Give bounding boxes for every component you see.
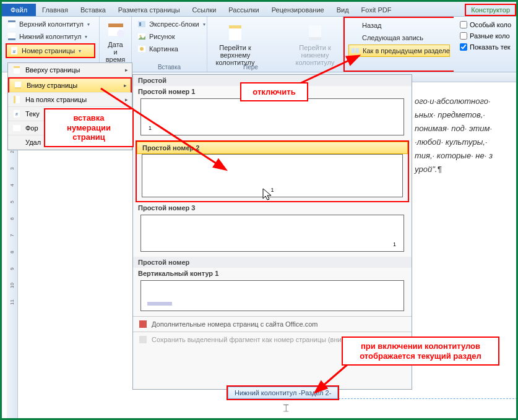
svg-rect-1: [8, 20, 15, 22]
page-number-button[interactable]: # Номер страницы: [6, 43, 95, 58]
text-cursor: ⌶: [283, 403, 288, 413]
group-insert: Экспресс-блоки Рисунок Картинка Вставка: [132, 17, 207, 72]
goto-header-label: Перейти к верхнему колонтитулу: [214, 44, 257, 66]
mouse-cursor-icon: [262, 187, 273, 204]
goto-header-icon: [225, 23, 245, 43]
svg-point-12: [140, 35, 142, 37]
tab-view[interactable]: Вид: [330, 4, 355, 16]
next-icon: [350, 33, 360, 43]
callout-disable: отключить: [240, 82, 308, 101]
clipart-icon: [137, 44, 147, 54]
gallery-item-simple-1[interactable]: 1: [140, 98, 404, 135]
svg-rect-20: [356, 48, 359, 53]
clipart-button[interactable]: Картинка: [136, 43, 203, 54]
prev-icon: [350, 20, 360, 30]
group-navigation: Перейти к верхнему колонтитулу Перейти к…: [207, 17, 343, 72]
text-line: ьных· предметов,·: [415, 108, 514, 122]
goto-footer-label: Перейти к нижнему колонтитулу: [293, 44, 337, 66]
svg-text:#: #: [15, 112, 18, 116]
show-document-checkbox[interactable]: Показать тек: [460, 43, 511, 51]
page-top-icon: [12, 65, 22, 75]
gallery-item-vertical-1[interactable]: [140, 280, 404, 311]
svg-rect-7: [108, 24, 123, 27]
text-line: ·любой· культуры,·: [415, 135, 514, 149]
different-odd-even-checkbox[interactable]: Разные коло: [460, 32, 511, 40]
gallery-more-office[interactable]: Дополнительные номера страниц с сайта Of…: [133, 316, 412, 332]
tab-foxit[interactable]: Foxit PDF: [355, 4, 398, 16]
header-button[interactable]: Верхний колонтитул: [6, 19, 95, 30]
goto-footer-button[interactable]: Перейти к нижнему колонтитулу: [291, 19, 339, 71]
ruler-tick: 5: [9, 200, 15, 203]
chk-label: Показать тек: [470, 43, 511, 51]
save-icon: [138, 335, 148, 345]
text-line: понимая· под· этим·: [415, 122, 514, 135]
svg-rect-3: [8, 38, 15, 40]
page-number-label: Номер страницы: [22, 47, 75, 54]
svg-point-8: [117, 30, 124, 37]
ruler-tick: 11: [9, 299, 15, 305]
group-label-insert: Вставка: [136, 64, 203, 71]
submenu-arrow-icon: ▸: [125, 67, 128, 73]
current-pos-icon: #: [12, 109, 22, 119]
next-label: Следующая запись: [362, 34, 423, 41]
ruler-tick: 10: [9, 283, 15, 288]
tab-references[interactable]: Ссылки: [186, 4, 223, 16]
ruler-tick: 7: [9, 234, 15, 236]
footer-section-tag-wrap: Нижний колонтитул -Раздел 2-: [227, 385, 339, 400]
tab-home[interactable]: Главная: [36, 4, 74, 16]
ruler-tick: 4: [9, 184, 15, 186]
prev-label: Назад: [362, 22, 382, 29]
svg-rect-24: [15, 87, 21, 89]
link-icon: [350, 46, 360, 56]
svg-rect-26: [14, 96, 15, 103]
svg-rect-22: [14, 66, 20, 68]
quickparts-label: Экспресс-блоки: [149, 20, 199, 28]
ruler-tick: 9: [9, 267, 15, 270]
group-nav-records: Назад Следующая запись Как в предыдущем …: [343, 17, 454, 72]
ruler-tick: 2: [9, 150, 15, 153]
menu-label: Удал: [25, 139, 41, 146]
tab-insert[interactable]: Вставка: [74, 4, 112, 16]
submenu-arrow-icon: ▸: [124, 82, 127, 88]
submenu-arrow-icon: ▸: [125, 96, 128, 103]
prev-record-button[interactable]: Назад: [348, 20, 450, 31]
menu-bottom-of-page[interactable]: Внизу страницы▸: [8, 77, 132, 93]
menu-label: Фор: [25, 124, 38, 132]
svg-rect-19: [352, 48, 355, 53]
footer-button[interactable]: Нижний колонтитул: [6, 31, 95, 42]
menu-top-of-page[interactable]: Вверху страницы▸: [8, 63, 132, 77]
office-icon: [138, 319, 148, 329]
more-label: Дополнительные номера страниц с сайта Of…: [152, 320, 317, 328]
text-line: тия,· которые· не· з: [415, 149, 514, 163]
tab-file[interactable]: Файл: [2, 4, 36, 16]
tab-design-context[interactable]: Конструктор: [465, 4, 516, 16]
svg-rect-10: [139, 22, 141, 26]
group-label-nav: Пере: [243, 64, 258, 71]
datetime-icon: [106, 20, 126, 40]
picture-label: Рисунок: [149, 33, 175, 40]
tab-layout[interactable]: Разметка страницы: [112, 4, 186, 16]
svg-rect-31: [139, 336, 147, 343]
page-mark: 1: [149, 125, 152, 131]
menu-label: Теку: [25, 110, 40, 118]
svg-rect-30: [139, 320, 147, 328]
next-record-button[interactable]: Следующая запись: [348, 32, 450, 43]
page-mark: 1: [393, 241, 396, 247]
menu-page-margins[interactable]: На полях страницы▸: [8, 93, 132, 107]
page-number-icon: #: [9, 46, 19, 56]
tab-review[interactable]: Рецензирование: [265, 4, 330, 16]
tab-mailings[interactable]: Рассылки: [222, 4, 265, 16]
text-line: урой".¶: [415, 163, 514, 176]
link-previous-button[interactable]: Как в предыдущем разделе: [348, 45, 450, 57]
gallery-item-title: Простой номер 3: [133, 202, 412, 213]
quickparts-button[interactable]: Экспресс-блоки: [136, 19, 203, 30]
datetime-button[interactable]: Дата и время: [103, 19, 127, 64]
footer-label: Нижний колонтитул: [19, 33, 81, 40]
footer-icon: [7, 32, 17, 41]
callout-insert-numbering: вставка нумерации страниц: [44, 108, 134, 147]
picture-button[interactable]: Рисунок: [136, 31, 203, 42]
gallery-item-simple-3[interactable]: 1: [140, 215, 404, 252]
special-first-checkbox[interactable]: Особый коло: [460, 21, 511, 28]
goto-header-button[interactable]: Перейти к верхнему колонтитулу: [211, 19, 259, 71]
footer-section-tag[interactable]: Нижний колонтитул -Раздел 2-: [228, 387, 338, 399]
